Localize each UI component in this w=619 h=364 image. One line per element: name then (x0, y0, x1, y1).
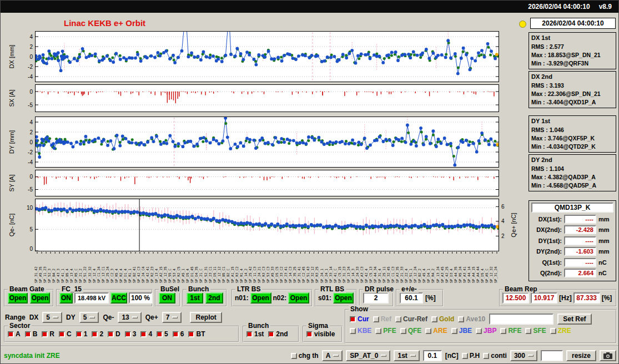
set-ref-button[interactable]: Set Ref (557, 314, 591, 325)
svg-text:2: 2 (29, 44, 33, 50)
checkbox-icon (173, 331, 179, 337)
show-item-label: RFE (508, 327, 521, 335)
threshold-input[interactable]: 0.1 (423, 350, 442, 361)
chg-th-checkbox[interactable]: chg th (291, 352, 319, 360)
sector-checkbox-r[interactable]: R (42, 330, 54, 338)
dx-orbit-plot[interactable]: -4-2024DX [mm] (1, 31, 522, 82)
monitor-name: QMD13P_K (531, 203, 613, 213)
ref-name-input[interactable] (489, 314, 553, 325)
svg-text:SP_41_1: SP_41_1 (61, 269, 65, 283)
beam-gate-open-button-1[interactable]: Open (8, 292, 28, 304)
fc15-on-button[interactable]: ON (59, 292, 73, 304)
bunch-1st-button[interactable]: 1st (187, 292, 203, 304)
sector-checkbox-1[interactable]: 1 (76, 330, 88, 338)
sector-item-label: BT (196, 330, 205, 338)
show-gold-checkbox[interactable]: Gold (431, 315, 454, 323)
svg-text:-2: -2 (28, 149, 33, 155)
show-are-checkbox[interactable]: ARE (425, 327, 447, 335)
show-cur-checkbox[interactable]: Cur (350, 315, 369, 323)
checkbox-icon (42, 331, 48, 337)
sector-checkbox-6[interactable]: 6 (173, 330, 184, 338)
ltr-n02-open-button[interactable]: Open (288, 292, 309, 304)
show-kbe-checkbox[interactable]: KBE (350, 327, 371, 335)
show-item-label: KBE (358, 327, 371, 335)
checkbox-icon (431, 316, 437, 322)
svg-text:SP_42_25: SP_42_25 (445, 266, 449, 283)
sector-checkbox-bt[interactable]: BT (188, 330, 205, 338)
checkbox-icon (550, 328, 556, 334)
sector-checkbox-4[interactable]: 4 (140, 330, 152, 338)
range-qe-minus-select[interactable]: 13 (118, 312, 141, 323)
svg-text:SP_C2_3: SP_C2_3 (110, 269, 114, 283)
sx-steering-plot[interactable]: 0-5SX [A] (1, 84, 522, 112)
svg-text:-4: -4 (28, 74, 33, 80)
svg-text:-5: -5 (28, 102, 33, 108)
svg-text:4: 4 (501, 218, 505, 224)
busel-on-button[interactable]: ON (159, 292, 175, 304)
sector-checkbox-a[interactable]: A (8, 330, 21, 338)
ltr-bs-label: LTR BS (235, 285, 262, 293)
sector-checkbox-5[interactable]: 5 (157, 330, 168, 338)
sector-checkbox-c[interactable]: C (59, 330, 72, 338)
show-rfe-checkbox[interactable]: RFE (500, 327, 521, 335)
svg-text:5: 5 (29, 226, 33, 232)
ph-checkbox[interactable]: P.H (462, 352, 480, 360)
sector-checkbox-2[interactable]: 2 (92, 330, 103, 338)
show-qfe-checkbox[interactable]: QFE (400, 327, 422, 335)
stat-dy-2nd: DY 2nd RMS : 1.104 Max : 4.382@QAD3P_A M… (529, 154, 616, 191)
replot-button[interactable]: Replot (190, 312, 222, 323)
checkbox-icon (425, 328, 431, 334)
show-ave10-checkbox[interactable]: Ave10 (458, 315, 485, 323)
svg-text:SP_R2_C5: SP_R2_C5 (177, 266, 181, 283)
svg-text:SP_12_24: SP_12_24 (413, 266, 417, 283)
sy-steering-plot[interactable]: 0-5SY [A] (1, 170, 522, 196)
conti-checkbox[interactable]: conti (483, 352, 507, 360)
charge-plot[interactable]: 0510Qe- [nC]246Qe+ [nC] (1, 199, 522, 251)
beam-gate-group: Beam Gate Open Open (4, 289, 54, 307)
extra-input[interactable] (541, 350, 563, 361)
show-zre-checkbox[interactable]: ZRE (550, 327, 571, 335)
ltr-n01-open-button[interactable]: Open (250, 292, 271, 304)
svg-text:SP_B2_C: SP_B2_C (226, 269, 230, 283)
sigma-visible-checkbox[interactable]: visible (306, 330, 335, 338)
screenshot-button[interactable] (600, 350, 616, 361)
sector-checkbox-b[interactable]: B (25, 330, 38, 338)
range-dy-select[interactable]: 5 (79, 312, 99, 323)
show-sfe-checkbox[interactable]: SFE (525, 327, 546, 335)
fc15-acc-button[interactable]: ACC (110, 292, 127, 304)
svg-text:SP_23_41: SP_23_41 (284, 266, 288, 283)
bunch-1st-checkbox[interactable]: 1st (246, 330, 264, 338)
show-ref-checkbox[interactable]: Ref (373, 315, 391, 323)
page-title: Linac KEKB e+ Orbit (64, 18, 145, 28)
rtl-s01-open-button[interactable]: Open (333, 292, 354, 304)
beam-gate-open-button-2[interactable]: Open (30, 292, 50, 304)
checkbox-icon (92, 331, 98, 337)
bunch-2nd-checkbox[interactable]: 2nd (268, 330, 288, 338)
svg-text:SP_C5_15: SP_C5_15 (338, 266, 342, 283)
range-dx-select[interactable]: 5 (42, 312, 62, 323)
stat-dy-1st: DY 1st RMS : 1.046 Max : 3.746@QXF5P_K M… (529, 115, 616, 153)
sector-item-label: 2 (99, 330, 103, 338)
monitor-select-value: SP_AT_0 (350, 352, 378, 360)
show-cur-ref-checkbox[interactable]: Cur-Ref (395, 315, 427, 323)
sector-item-label: C (67, 330, 72, 338)
dr-pulse-group: DR pulse 2 (359, 289, 394, 307)
monitor-select[interactable]: SP_AT_0 (346, 350, 390, 361)
rtl-bs-group: RTL BS s01: Open (315, 289, 357, 307)
show-jbe-checkbox[interactable]: JBE (451, 327, 472, 335)
sector-checkbox-3[interactable]: 3 (125, 330, 137, 338)
bunch-number-select[interactable]: 1st (394, 350, 419, 361)
show-jbp-checkbox[interactable]: JBP (476, 327, 496, 335)
bunch-2nd-button[interactable]: 2nd (205, 292, 223, 304)
show-pfe-checkbox[interactable]: PFE (375, 327, 396, 335)
count-select[interactable]: 300 (510, 350, 537, 361)
sector-item-label: 5 (164, 330, 168, 338)
dy-orbit-plot[interactable]: -4-2024DY [mm] (1, 117, 522, 168)
monitor-row: DX(1st):----mm (531, 214, 613, 225)
sector-checkbox-d[interactable]: D (108, 330, 120, 338)
svg-text:SP_B5_C1: SP_B5_C1 (222, 266, 226, 283)
titlebar-version: v8.9 (599, 3, 612, 11)
resize-button[interactable]: resize (566, 350, 596, 361)
bunch-mode-select[interactable]: A (322, 350, 343, 361)
range-qe-plus-select[interactable]: 7 (162, 312, 182, 323)
